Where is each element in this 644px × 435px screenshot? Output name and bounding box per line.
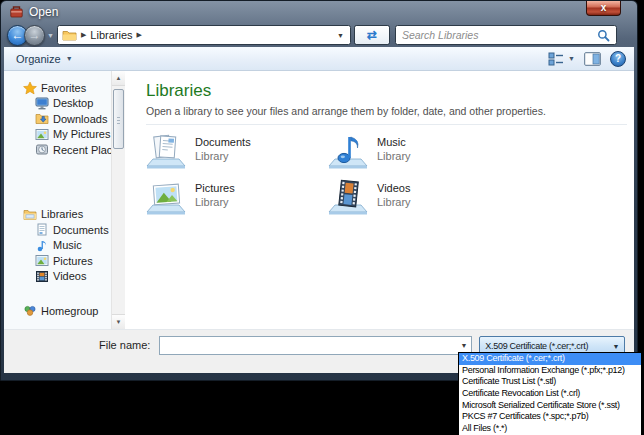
sidebar-item-music[interactable]: Music (4, 238, 111, 254)
breadcrumb-arrow-icon[interactable]: ▶ (137, 31, 142, 39)
file-type-value: X.509 Certificate (*.cer;*.crt) (485, 341, 609, 351)
dialog-client-area: Organize ▼ ▼ ? (4, 47, 634, 373)
change-view-button[interactable]: ▼ (548, 52, 575, 66)
organize-label: Organize (16, 53, 61, 65)
music-library-icon (328, 132, 368, 170)
videos-library-icon (328, 178, 368, 216)
breadcrumb-item-libraries[interactable]: Libraries (90, 29, 132, 41)
library-item-type: Library (377, 196, 411, 208)
chevron-down-icon: ▼ (66, 55, 73, 62)
navigation-pane: Favorites Desktop Downloads (4, 71, 111, 329)
videos-filmstrip-icon (35, 270, 49, 283)
dropdown-option-p7b[interactable]: PKCS #7 Certificates (*.spc;*.p7b) (459, 411, 641, 423)
downloads-folder-icon (35, 112, 49, 125)
pictures-icon (35, 254, 49, 267)
recent-places-icon (35, 143, 49, 156)
sidebar-item-my-pictures[interactable]: My Pictures (4, 127, 111, 143)
homegroup-icon (23, 304, 37, 317)
library-item-type: Library (195, 150, 251, 162)
library-item-name: Videos (377, 182, 411, 194)
certificate-app-icon (10, 6, 23, 18)
pictures-library-icon (146, 178, 186, 216)
screen: { "window": { "title": "Open", "close_la… (0, 0, 644, 435)
address-dropdown-icon[interactable]: ▼ (335, 32, 346, 39)
open-dialog-window: Open x ← → ▼ ▶ Libraries ▶ ▼ ⇄ (0, 0, 638, 381)
dropdown-option-all-files[interactable]: All Files (*.*) (459, 423, 641, 435)
address-bar[interactable]: ▶ Libraries ▶ ▼ (57, 25, 351, 45)
sidebar-group-favorites[interactable]: Favorites (4, 80, 111, 96)
search-box[interactable] (395, 25, 617, 45)
help-button[interactable]: ? (610, 51, 626, 67)
breadcrumb-arrow-icon[interactable]: ▶ (81, 31, 86, 39)
file-type-dropdown-list: X.509 Certificate (*.cer;*.crt) Personal… (458, 352, 642, 435)
library-item-documents[interactable]: Documents Library (146, 132, 328, 178)
library-item-name: Pictures (195, 182, 235, 194)
recent-pages-chevron-icon[interactable]: ▼ (47, 32, 54, 39)
search-icon[interactable] (597, 29, 610, 42)
sidebar-group-label: Homegroup (41, 305, 98, 317)
file-name-combobox[interactable]: ▼ (159, 336, 472, 355)
file-name-input[interactable] (160, 337, 456, 354)
chevron-down-icon: ▼ (612, 343, 619, 350)
window-title: Open (29, 5, 58, 19)
navigation-bar: ← → ▼ ▶ Libraries ▶ ▼ ⇄ (3, 23, 635, 47)
organize-button[interactable]: Organize ▼ (12, 51, 77, 67)
refresh-button[interactable]: ⇄ (354, 25, 390, 45)
folder-icon (62, 29, 77, 41)
library-pane: Libraries Open a library to see your fil… (125, 71, 634, 329)
dropdown-option-stl[interactable]: Certificate Trust List (*.stl) (459, 376, 641, 388)
dropdown-option-pfx[interactable]: Personal Information Exchange (*.pfx;*.p… (459, 365, 641, 377)
search-input[interactable] (402, 29, 597, 41)
star-icon (23, 81, 37, 95)
sidebar-scrollbar[interactable]: ▲ ▼ (111, 71, 125, 329)
sidebar-item-recent-places[interactable]: Recent Places (4, 142, 111, 158)
libraries-folder-icon (23, 208, 37, 221)
sidebar-item-label: Downloads (53, 113, 107, 125)
scroll-up-icon[interactable]: ▲ (112, 71, 125, 86)
sidebar-item-downloads[interactable]: Downloads (4, 111, 111, 127)
dropdown-option-sst[interactable]: Microsoft Serialized Certificate Store (… (459, 400, 641, 412)
desktop-icon (35, 97, 49, 110)
sidebar-item-label: Videos (53, 270, 86, 282)
divider (146, 124, 627, 125)
sidebar-item-label: My Pictures (53, 128, 110, 140)
sidebar-item-label: Desktop (53, 97, 93, 109)
pictures-icon (35, 128, 49, 141)
title-bar[interactable]: Open x (1, 1, 637, 23)
sidebar-item-label: Pictures (53, 255, 93, 267)
command-toolbar: Organize ▼ ▼ ? (4, 47, 634, 71)
sidebar-group-label: Libraries (41, 208, 83, 220)
chevron-down-icon: ▼ (568, 55, 575, 62)
music-note-icon (35, 239, 49, 252)
library-item-name: Music (377, 136, 411, 148)
sidebar-item-label: Music (53, 239, 82, 251)
sidebar-item-label: Recent Places (53, 144, 111, 156)
library-item-music[interactable]: Music Library (328, 132, 510, 178)
library-item-pictures[interactable]: Pictures Library (146, 178, 328, 224)
sidebar-item-pictures[interactable]: Pictures (4, 253, 111, 269)
sidebar-item-desktop[interactable]: Desktop (4, 96, 111, 112)
page-subtitle: Open a library to see your files and arr… (146, 105, 634, 117)
scrollbar-thumb[interactable] (113, 89, 124, 149)
file-name-label: File name: (99, 336, 150, 355)
sidebar-group-label: Favorites (41, 82, 86, 94)
sidebar-item-documents[interactable]: Documents (4, 222, 111, 238)
sidebar-item-label: Documents (53, 224, 109, 236)
dropdown-option-x509[interactable]: X.509 Certificate (*.cer;*.crt) (459, 353, 641, 365)
documents-library-icon (146, 132, 186, 170)
document-icon (35, 223, 49, 236)
sidebar-group-homegroup[interactable]: Homegroup (4, 303, 111, 319)
library-item-type: Library (195, 196, 235, 208)
sidebar-group-libraries[interactable]: Libraries (4, 207, 111, 223)
library-item-name: Documents (195, 136, 251, 148)
close-button[interactable]: x (586, 1, 621, 16)
page-title: Libraries (146, 81, 634, 101)
scroll-down-icon[interactable]: ▼ (112, 314, 125, 329)
preview-pane-icon[interactable] (584, 52, 601, 66)
library-item-type: Library (377, 150, 411, 162)
library-item-videos[interactable]: Videos Library (328, 178, 510, 224)
forward-button[interactable]: → (24, 25, 45, 46)
sidebar-item-videos[interactable]: Videos (4, 269, 111, 285)
views-icon (548, 52, 564, 66)
dropdown-option-crl[interactable]: Certificate Revocation List (*.crl) (459, 388, 641, 400)
